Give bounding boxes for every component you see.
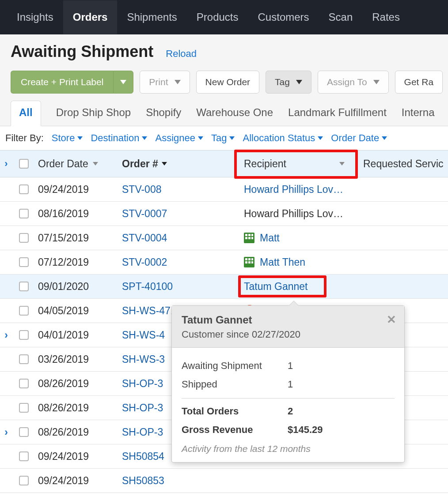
nav-orders[interactable]: Orders: [63, 0, 118, 34]
popover-gross-revenue-value: $145.29: [288, 424, 323, 436]
table-row[interactable]: 07/12/2019STV-0002Matt Then: [0, 250, 448, 275]
reload-link[interactable]: Reload: [166, 48, 197, 60]
order-number-link[interactable]: STV-0004: [122, 232, 167, 244]
print-button[interactable]: Print: [140, 71, 190, 94]
row-checkbox[interactable]: [19, 209, 29, 218]
row-checkbox[interactable]: [19, 379, 29, 388]
popover-gross-revenue-label: Gross Revenue: [182, 424, 288, 436]
nav-insights[interactable]: Insights: [7, 0, 63, 34]
store-tabs: All Drop Ship Shop Shopify Warehouse One…: [0, 102, 448, 126]
building-icon: [244, 257, 254, 267]
filter-destination[interactable]: Destination: [91, 132, 147, 144]
order-number-link[interactable]: SPT-40100: [122, 281, 173, 292]
tag-label: Tag: [275, 77, 290, 87]
popover-awaiting-value: 1: [288, 360, 293, 372]
table-row[interactable]: 09/01/2020SPT-40100Tatum Gannet: [0, 275, 448, 299]
order-number-link[interactable]: SH-OP-3: [122, 426, 163, 438]
filter-order-date[interactable]: Order Date: [331, 132, 387, 144]
create-print-label-dropdown[interactable]: [113, 71, 133, 94]
table-row[interactable]: 09/24/2019STV-008Howard Phillips Lov…: [0, 177, 448, 202]
tab-warehouse-one[interactable]: Warehouse One: [196, 101, 273, 126]
row-checkbox[interactable]: [19, 427, 29, 437]
select-all-checkbox[interactable]: [19, 159, 29, 169]
col-order-date[interactable]: Order Date: [35, 158, 119, 170]
order-date: 04/05/2019: [35, 305, 119, 317]
row-checkbox[interactable]: [19, 476, 29, 485]
tab-drop-ship-shop[interactable]: Drop Ship Shop: [56, 101, 131, 126]
nav-rates[interactable]: Rates: [362, 0, 410, 34]
create-print-label-button[interactable]: Create + Print Label: [11, 71, 133, 94]
row-checkbox[interactable]: [19, 403, 29, 413]
filter-allocation-status[interactable]: Allocation Status: [243, 132, 323, 144]
filter-assignee[interactable]: Assignee: [155, 132, 203, 144]
order-number-link[interactable]: SH50853: [122, 475, 164, 486]
chevron-down-icon: [373, 80, 380, 84]
tab-landmark-fulfillment[interactable]: Landmark Fulfillment: [288, 101, 387, 126]
row-checkbox[interactable]: [19, 451, 29, 461]
order-date: 09/24/2019: [35, 184, 119, 196]
toolbar: Create + Print Label Print New Order Tag…: [11, 61, 437, 102]
top-nav: Insights Orders Shipments Products Custo…: [0, 0, 448, 34]
nav-products[interactable]: Products: [187, 0, 248, 34]
popover-total-orders-label: Total Orders: [182, 406, 288, 417]
tab-shopify[interactable]: Shopify: [146, 101, 181, 126]
new-order-button[interactable]: New Order: [196, 71, 260, 94]
tab-all[interactable]: All: [11, 101, 41, 126]
row-checkbox[interactable]: [19, 184, 29, 194]
row-checkbox[interactable]: [19, 330, 29, 340]
col-order-number[interactable]: Order #: [119, 158, 234, 170]
row-checkbox[interactable]: [19, 233, 29, 243]
order-number-link[interactable]: SH50854: [122, 451, 164, 462]
expand-row-icon[interactable]: ›: [0, 329, 12, 341]
recipient-name[interactable]: Matt Then: [260, 256, 305, 268]
row-checkbox[interactable]: [19, 282, 29, 291]
table-body: 09/24/2019STV-008Howard Phillips Lov…08/…: [0, 177, 448, 493]
order-date: 08/26/2019: [35, 426, 119, 438]
order-number-link[interactable]: STV-0007: [122, 208, 167, 219]
chevron-down-icon: [120, 80, 126, 84]
col-requested-service[interactable]: Requested Servic: [353, 158, 448, 170]
get-rates-button[interactable]: Get Ra: [395, 71, 443, 94]
order-number-link[interactable]: SH-OP-3: [122, 402, 163, 414]
table-row[interactable]: 07/15/2019STV-0004Matt: [0, 226, 448, 250]
recipient-name: Howard Phillips Lov…: [244, 208, 343, 220]
nav-scan[interactable]: Scan: [319, 0, 363, 34]
order-number-link[interactable]: SH-OP-3: [122, 378, 163, 389]
assign-to-button[interactable]: Assign To: [318, 71, 389, 94]
page-header: Awaiting Shipment Reload Create + Print …: [0, 34, 448, 102]
order-date: 04/01/2019: [35, 329, 119, 341]
create-print-label-text: Create + Print Label: [21, 77, 103, 87]
row-checkbox[interactable]: [19, 354, 29, 364]
order-date: 03/26/2019: [35, 354, 119, 365]
nav-customers[interactable]: Customers: [248, 0, 319, 34]
order-number-link[interactable]: STV-0002: [122, 256, 167, 268]
filter-tag[interactable]: Tag: [211, 132, 235, 144]
building-icon: [244, 233, 254, 243]
popover-customer-since: Customer since 02/27/2020: [182, 329, 395, 340]
popover-close-button[interactable]: ✕: [387, 313, 396, 327]
popover-total-orders-value: 2: [288, 406, 293, 417]
nav-shipments[interactable]: Shipments: [117, 0, 186, 34]
order-number-link[interactable]: SH-WS-4: [122, 329, 165, 341]
divider: [182, 398, 395, 399]
order-date: 08/26/2019: [35, 378, 119, 390]
filter-by-label: Filter By:: [5, 132, 44, 144]
order-number-link[interactable]: SH-WS-3: [122, 354, 165, 365]
sort-icon: [339, 162, 345, 165]
col-recipient[interactable]: Recipient: [234, 158, 353, 170]
recipient-name[interactable]: Howard Phillips Lov…: [244, 184, 343, 196]
chevron-down-icon: [296, 80, 302, 84]
recipient-name[interactable]: Matt: [260, 232, 280, 244]
recipient-name[interactable]: Tatum Gannet: [244, 281, 308, 293]
table-row[interactable]: 09/24/2019SH50853: [0, 469, 448, 493]
order-number-link[interactable]: STV-008: [122, 184, 162, 195]
expand-row-icon[interactable]: ›: [0, 426, 12, 438]
order-date: 09/24/2019: [35, 451, 119, 463]
filter-store[interactable]: Store: [52, 132, 83, 144]
tab-international[interactable]: Interna: [402, 101, 435, 126]
tag-button[interactable]: Tag: [266, 71, 311, 94]
row-checkbox[interactable]: [19, 306, 29, 316]
row-checkbox[interactable]: [19, 257, 29, 267]
table-row[interactable]: 08/16/2019STV-0007Howard Phillips Lov…: [0, 202, 448, 226]
expand-all-icon[interactable]: ›: [4, 158, 8, 169]
